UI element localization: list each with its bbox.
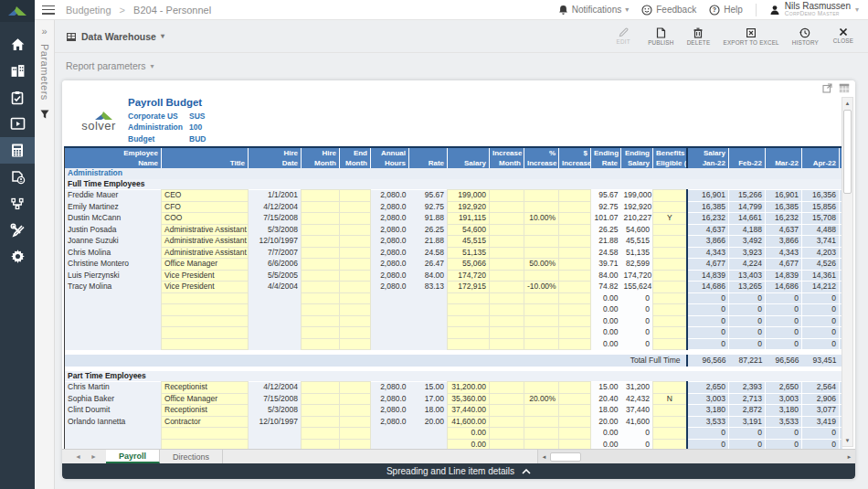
cell-end_month[interactable] [340,292,371,304]
cell-benefits[interactable] [653,292,687,304]
cell-benefits[interactable] [653,338,687,350]
sidebar-item-home[interactable] [0,31,35,58]
cell-pct_increase[interactable] [524,327,559,339]
cell-increase_month[interactable] [490,405,524,417]
cell-benefits[interactable] [653,224,687,236]
cell-end_month[interactable] [340,201,371,213]
cell-salary[interactable] [448,338,490,350]
cell-end_month[interactable] [340,247,371,259]
cell-benefits[interactable] [653,416,687,428]
cell-salary[interactable] [448,327,490,339]
cell-increase_month[interactable] [490,201,524,213]
sidebar-item-assignments[interactable] [0,84,35,111]
cell-hire_month[interactable] [302,304,340,316]
cell-dollar_increase[interactable] [559,439,591,449]
cell-pct_increase[interactable]: 20.00% [524,393,559,405]
cell-hire_month[interactable] [302,259,340,271]
cell-end_month[interactable] [340,315,371,327]
cell-increase_month[interactable] [490,416,524,428]
cell-hire_month[interactable] [302,327,340,339]
cell-dollar_increase[interactable] [559,213,591,225]
cell-benefits[interactable] [653,428,687,440]
cell-title[interactable]: Office Manager [162,393,249,405]
cell-dollar_increase[interactable] [559,292,591,304]
cell-salary[interactable]: 55,066 [448,259,490,271]
cell-increase_month[interactable] [490,315,524,327]
feedback-button[interactable]: Feedback [641,5,696,16]
cell-pct_increase[interactable] [524,315,559,327]
cell-pct_increase[interactable] [524,270,559,282]
horizontal-scrollbar[interactable]: ◄ ► [537,450,855,463]
history-button[interactable]: HISTORY [792,27,819,46]
scroll-down-icon[interactable]: ▼ [842,435,852,446]
cell-pct_increase[interactable] [524,292,559,304]
cell-title[interactable]: COO [162,213,249,225]
cell-end_month[interactable] [340,270,371,282]
cell-hire_month[interactable] [302,247,340,259]
cell-salary[interactable]: 35,360.00 [448,393,490,405]
horizontal-scroll-thumb[interactable] [550,452,581,462]
notifications-button[interactable]: Notifications ▾ [558,5,629,16]
cell-dollar_increase[interactable] [559,315,591,327]
vertical-scroll-thumb[interactable] [843,110,852,194]
cell-pct_increase[interactable] [524,201,559,213]
cell-pct_increase[interactable] [524,236,559,248]
close-button[interactable]: CLOSE [831,27,855,46]
cell-increase_month[interactable] [490,224,524,236]
cell-title[interactable]: Administrative Assistant [162,247,249,259]
sidebar-item-settings[interactable] [0,243,35,270]
cell-hire_month[interactable] [302,224,340,236]
cell-salary[interactable]: 199,000 [448,190,490,202]
cell-hire_month[interactable] [302,282,340,293]
cell-hire_month[interactable] [302,393,340,405]
cell-benefits[interactable] [653,405,687,417]
cell-benefits[interactable] [653,439,687,449]
cell-pct_increase[interactable] [524,224,559,236]
cell-title[interactable]: Contractor [162,416,249,428]
cell-dollar_increase[interactable] [559,259,591,271]
cell-end_month[interactable] [340,327,371,339]
cell-title[interactable]: Office Manager [162,259,249,271]
cell-benefits[interactable]: N [653,393,687,405]
cell-increase_month[interactable] [490,428,524,440]
cell-benefits[interactable] [653,282,687,293]
cell-title[interactable]: Receptionist [162,405,249,417]
scroll-right-icon[interactable]: ► [843,454,855,460]
cell-title[interactable] [162,428,249,440]
export-to-excel-button[interactable]: EXPORT TO EXCEL [723,27,778,46]
cell-end_month[interactable] [340,190,371,202]
sidebar-item-reporting[interactable] [0,58,35,84]
tab-directions[interactable]: Directions [160,450,223,463]
cell-pct_increase[interactable] [524,304,559,316]
cell-pct_increase[interactable] [524,405,559,417]
spreading-details-bar[interactable]: Spreading and Line item details [62,463,855,479]
cell-end_month[interactable] [340,428,371,440]
menu-icon[interactable] [42,5,55,15]
cell-end_month[interactable] [340,338,371,350]
report-parameters-dropdown[interactable]: Report parameters ▾ [55,53,868,79]
cell-salary[interactable]: 41,600.00 [448,416,490,428]
cell-hire_month[interactable] [302,428,340,440]
cell-dollar_increase[interactable] [559,247,591,259]
cell-salary[interactable] [448,315,490,327]
cell-increase_month[interactable] [490,236,524,248]
cell-benefits[interactable] [653,190,687,202]
cell-pct_increase[interactable] [524,428,559,440]
cell-pct_increase[interactable] [524,190,559,202]
cell-benefits[interactable]: Y [653,213,687,225]
cell-salary[interactable] [448,304,490,316]
cell-benefits[interactable] [653,315,687,327]
cell-pct_increase[interactable]: -10.00% [524,282,559,293]
cell-end_month[interactable] [340,304,371,316]
cell-dollar_increase[interactable] [559,382,591,394]
cell-pct_increase[interactable] [524,247,559,259]
cell-pct_increase[interactable] [524,382,559,394]
cell-dollar_increase[interactable] [559,428,591,440]
cell-benefits[interactable] [653,259,687,271]
cell-hire_month[interactable] [302,213,340,225]
cell-increase_month[interactable] [490,190,524,202]
cell-dollar_increase[interactable] [559,224,591,236]
cell-title[interactable]: CEO [162,190,249,202]
cell-salary[interactable]: 191,115 [448,213,490,225]
cell-salary[interactable]: 192,920 [448,201,490,213]
